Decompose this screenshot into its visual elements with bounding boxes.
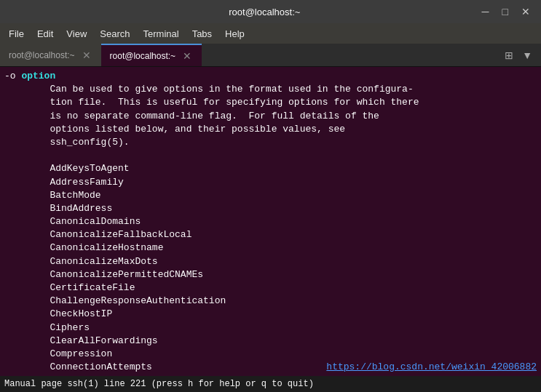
terminal-line: Can be used to give options in the forma… <box>4 83 537 96</box>
terminal-line: is no separate command-line flag. For fu… <box>4 110 537 123</box>
close-button[interactable]: ✕ <box>518 4 534 19</box>
menu-terminal[interactable]: Terminal <box>138 26 185 41</box>
tab-1-label: root@localhost:~ <box>9 50 75 60</box>
terminal-content[interactable]: -o option Can be used to give options in… <box>0 67 541 376</box>
terminal-line: options listed below, and their possible… <box>4 123 537 136</box>
terminal-line: CanonicalizePermittedCNAMEs <box>4 268 537 281</box>
window-controls: ─ □ ✕ <box>478 4 534 19</box>
tab-1-close[interactable]: ✕ <box>81 49 92 61</box>
terminal-line: CertificateFile <box>4 281 537 295</box>
minimize-button[interactable]: ─ <box>478 4 493 19</box>
menu-edit[interactable]: Edit <box>31 26 59 41</box>
status-text: Manual page ssh(1) line 221 (press h for… <box>4 379 314 389</box>
csdn-link[interactable]: https://blog.csdn.net/weixin_42006882 <box>326 361 537 374</box>
terminal-line: AddressFamily <box>4 176 537 189</box>
terminal-line: ChallengeResponseAuthentication <box>4 295 537 308</box>
tab-2-close[interactable]: ✕ <box>181 50 193 62</box>
terminal-line: CanonicalizeMaxDots <box>4 255 537 268</box>
terminal-line: BatchMode <box>4 189 537 202</box>
tab-2-label: root@localhost:~ <box>110 51 176 61</box>
menu-help[interactable]: Help <box>219 26 250 41</box>
new-tab-button[interactable]: ⊞ <box>502 48 516 63</box>
terminal-line: BindAddress <box>4 202 537 215</box>
terminal-line: CanonicalizeHostname <box>4 241 537 255</box>
tab-2[interactable]: root@localhost:~ ✕ <box>101 44 202 66</box>
terminal-line: ssh_config(5). <box>4 136 537 149</box>
option-line: -o option <box>4 70 537 83</box>
terminal-line <box>4 149 537 162</box>
terminal-line: CanonicalizeFallbackLocal <box>4 228 537 241</box>
title-bar: root@localhost:~ ─ □ ✕ <box>0 0 541 23</box>
menu-bar: File Edit View Search Terminal Tabs Help <box>0 23 541 44</box>
terminal-line: CanonicalDomains <box>4 215 537 228</box>
tab-actions: ⊞ ▼ <box>496 44 541 66</box>
terminal-line: Compression <box>4 348 537 361</box>
menu-search[interactable]: Search <box>94 26 135 41</box>
menu-file[interactable]: File <box>3 26 30 41</box>
tab-bar: root@localhost:~ ✕ root@localhost:~ ✕ ⊞ … <box>0 44 541 67</box>
terminal-line: AddKeysToAgent <box>4 162 537 175</box>
status-bar: Manual page ssh(1) line 221 (press h for… <box>0 376 541 392</box>
window-title: root@localhost:~ <box>51 7 478 17</box>
maximize-button[interactable]: □ <box>499 4 512 19</box>
terminal-line: ClearAllForwardings <box>4 335 537 348</box>
terminal-line: CheckHostIP <box>4 308 537 321</box>
tab-1[interactable]: root@localhost:~ ✕ <box>0 44 101 66</box>
menu-view[interactable]: View <box>60 26 92 41</box>
tab-menu-button[interactable]: ▼ <box>519 48 535 63</box>
terminal-line: tion file. This is useful for specifying… <box>4 96 537 109</box>
terminal-line: Ciphers <box>4 321 537 335</box>
menu-tabs[interactable]: Tabs <box>186 26 218 41</box>
terminal-line: ConnectionAttemptshttps://blog.csdn.net/… <box>4 361 537 374</box>
